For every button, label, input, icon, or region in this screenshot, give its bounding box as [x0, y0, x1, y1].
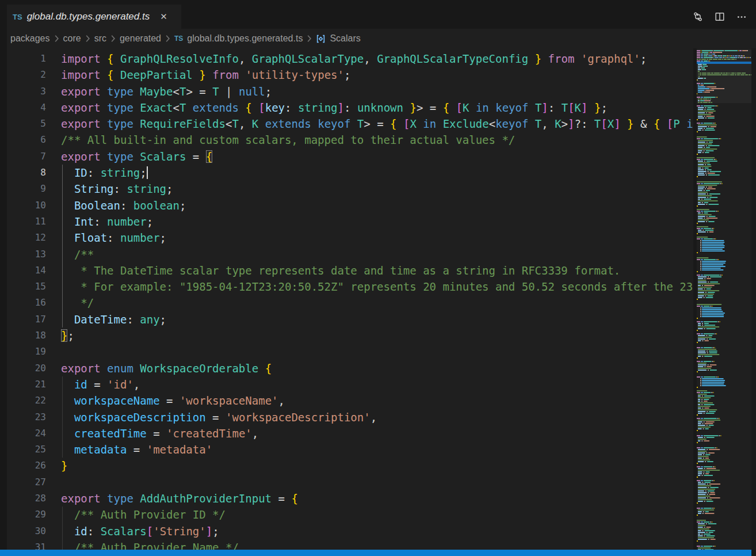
code-line[interactable]: metadata = 'metadata'	[61, 441, 693, 458]
code-line[interactable]: /** Auth Provider ID */	[61, 507, 693, 523]
code-line[interactable]: Boolean: boolean;	[61, 197, 693, 214]
indent-guide	[62, 181, 63, 197]
line-number[interactable]: 1	[7, 51, 61, 67]
code-line[interactable]: export type Maybe<T> = T | null;	[61, 83, 693, 100]
code-line[interactable]: workspaceDescription = 'workspaceDescrip…	[61, 409, 693, 425]
code-line[interactable]: export type Exact<T extends { [key: stri…	[61, 100, 693, 116]
line-number[interactable]: 2	[7, 67, 61, 83]
tab-close-icon[interactable]: ✕	[158, 10, 170, 23]
line-number[interactable]: 10	[7, 197, 61, 214]
code-line[interactable]: /** All built-in and custom scalars, map…	[61, 132, 693, 148]
code-line[interactable]: import { DeepPartial } from 'utility-typ…	[61, 67, 693, 83]
breadcrumb-item-packages[interactable]: packages	[10, 33, 50, 44]
line-number[interactable]: 13	[7, 246, 61, 262]
line-number[interactable]: 11	[7, 214, 61, 230]
breadcrumb-item-global.db.types.generated.ts[interactable]: global.db.types.generated.ts	[187, 33, 303, 44]
code-line[interactable]: createdTime = 'createdTime',	[61, 425, 693, 441]
line-number[interactable]: 12	[7, 230, 61, 246]
line-number[interactable]: 14	[7, 262, 61, 279]
code-line[interactable]: export type AddAuthProviderInput = {	[61, 490, 693, 507]
overview-ruler	[751, 48, 756, 550]
indent-guide	[62, 197, 63, 214]
tab-global-db-types[interactable]: TS global.db.types.generated.ts ✕	[7, 5, 181, 29]
more-actions-icon[interactable]	[733, 8, 750, 25]
symbol-type-icon	[316, 34, 326, 44]
code-line[interactable]: */	[61, 295, 693, 311]
code-line[interactable]: export enum WorkspaceOrderable {	[61, 360, 693, 376]
code-line[interactable]: export type Scalars = {	[61, 148, 693, 165]
code-line[interactable]	[61, 344, 693, 360]
code-line[interactable]: Int: number;	[61, 214, 693, 230]
line-number[interactable]: 3	[7, 83, 61, 100]
indent-guide	[62, 507, 63, 523]
indent-guide	[62, 376, 63, 393]
line-number[interactable]: 17	[7, 311, 61, 327]
code-line[interactable]: };	[61, 327, 693, 344]
line-number[interactable]: 29	[7, 507, 61, 523]
code-line[interactable]: }	[61, 458, 693, 474]
indent-guide	[62, 523, 63, 539]
line-number[interactable]: 8	[7, 165, 61, 181]
line-number[interactable]: 9	[7, 181, 61, 197]
indent-guide	[62, 409, 63, 425]
code-line[interactable]: Float: number;	[61, 230, 693, 246]
breadcrumb-item-core[interactable]: core	[63, 33, 81, 44]
breadcrumb-item-Scalars[interactable]: Scalars	[330, 33, 360, 44]
open-changes-icon[interactable]	[689, 8, 707, 25]
indent-guide	[62, 246, 63, 262]
line-number[interactable]: 25	[7, 441, 61, 458]
code-line[interactable]: /** Auth Provider Name */	[61, 539, 693, 550]
typescript-file-icon: TS	[13, 13, 22, 21]
line-number[interactable]: 27	[7, 474, 61, 490]
indent-guide	[62, 230, 63, 246]
indent-guide	[62, 262, 63, 279]
indent-guide	[62, 214, 63, 230]
code-line[interactable]: id: Scalars['String'];	[61, 523, 693, 539]
status-bar-notch	[751, 550, 756, 556]
indent-guide	[62, 425, 63, 441]
code-line[interactable]: DateTime: any;	[61, 311, 693, 327]
line-number[interactable]: 19	[7, 344, 61, 360]
line-number[interactable]: 22	[7, 393, 61, 409]
line-number[interactable]: 18	[7, 327, 61, 344]
chevron-right-icon	[54, 35, 59, 43]
line-number[interactable]: 5	[7, 116, 61, 132]
chevron-right-icon	[307, 35, 312, 43]
line-number[interactable]: 6	[7, 132, 61, 148]
breadcrumb: packagescoresrcgeneratedTSglobal.db.type…	[7, 29, 697, 48]
breadcrumb-item-generated[interactable]: generated	[120, 33, 161, 44]
line-number[interactable]: 23	[7, 409, 61, 425]
line-number[interactable]: 28	[7, 490, 61, 507]
code-line[interactable]: ID: string;	[61, 165, 693, 181]
line-number[interactable]: 16	[7, 295, 61, 311]
indent-guide	[62, 393, 63, 409]
line-number[interactable]: 7	[7, 148, 61, 165]
line-number[interactable]: 21	[7, 376, 61, 393]
line-number[interactable]: 4	[7, 100, 61, 116]
editor-surface[interactable]: import { GraphQLResolveInfo, GraphQLScal…	[61, 48, 693, 550]
code-line[interactable]: String: string;	[61, 181, 693, 197]
line-number[interactable]: 30	[7, 523, 61, 539]
vscode-window: TS global.db.types.generated.ts ✕	[0, 0, 756, 556]
tab-bar: TS global.db.types.generated.ts ✕	[0, 0, 756, 29]
code-line[interactable]: * The DateTime scalar type represents da…	[61, 262, 693, 279]
line-number[interactable]: 26	[7, 458, 61, 474]
line-number[interactable]: 15	[7, 279, 61, 295]
chevron-right-icon	[165, 35, 170, 43]
code-line[interactable]: export type RequireFields<T, K extends k…	[61, 116, 693, 132]
code-line[interactable]: id = 'id',	[61, 376, 693, 393]
left-rail	[0, 0, 7, 556]
code-line[interactable]: workspaceName = 'workspaceName',	[61, 393, 693, 409]
chevron-right-icon	[110, 35, 116, 43]
minimap[interactable]	[697, 49, 751, 550]
split-editor-icon[interactable]	[711, 8, 728, 25]
chevron-right-icon	[85, 35, 90, 43]
breadcrumb-item-src[interactable]: src	[94, 33, 106, 44]
line-number[interactable]: 20	[7, 360, 61, 376]
line-number[interactable]: 24	[7, 425, 61, 441]
code-line[interactable]: * For example: "1985-04-12T23:20:50.52Z"…	[61, 279, 693, 295]
code-line[interactable]: /**	[61, 246, 693, 262]
code-line[interactable]: import { GraphQLResolveInfo, GraphQLScal…	[61, 51, 693, 67]
indent-guide	[62, 165, 63, 181]
code-line[interactable]	[61, 474, 693, 490]
